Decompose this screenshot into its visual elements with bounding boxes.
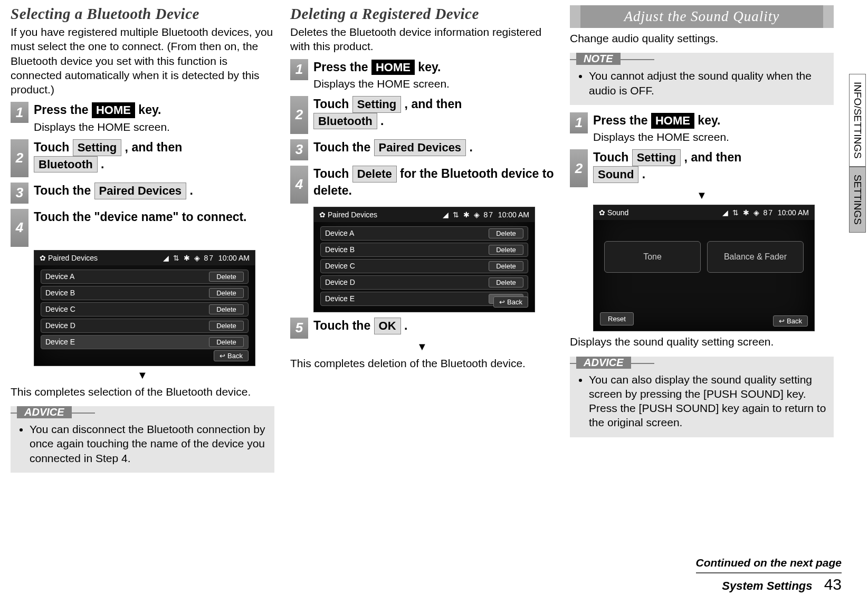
setting-key: Setting (352, 96, 402, 113)
delete-button[interactable]: Delete (209, 272, 244, 282)
home-key: HOME (92, 102, 135, 118)
tone-button[interactable]: Tone (604, 241, 701, 273)
result-text: Displays the sound quality setting scree… (570, 334, 834, 349)
intro-selecting: If you have registered multiple Bluetoot… (11, 25, 274, 97)
device-row[interactable]: Device ADelete (320, 226, 528, 241)
advice-label: ADVICE (17, 406, 72, 418)
ss-title: Paired Devices (40, 254, 98, 262)
setting-key: Setting (73, 139, 122, 156)
screenshot-paired-devices-delete: Paired Devices ◢ ⇅ ✱ ◈ 87 10:00 AM Devic… (313, 207, 535, 312)
delete-button[interactable]: Delete (489, 277, 523, 287)
down-arrow-icon: ▼ (11, 369, 274, 381)
column-deleting: Deleting a Registered Device Deletes the… (290, 5, 554, 480)
tab-settings[interactable]: SETTINGS (849, 167, 866, 233)
home-key: HOME (651, 113, 694, 129)
delete-button[interactable]: Delete (489, 261, 523, 271)
advice-label: ADVICE (576, 357, 631, 369)
step-number: 1 (11, 102, 28, 123)
advice-box: ADVICE You can also display the sound qu… (570, 357, 834, 437)
bluetooth-key: Bluetooth (34, 156, 98, 173)
step-number: 2 (11, 139, 28, 177)
delete-button[interactable]: Delete (209, 337, 244, 347)
side-tabs: INFO/SETTINGS SETTINGS (849, 74, 866, 233)
delete-button[interactable]: Delete (209, 288, 244, 298)
paired-devices-key: Paired Devices (374, 139, 466, 156)
delete-button[interactable]: Delete (489, 228, 523, 238)
device-row[interactable]: Device EDelete (41, 335, 249, 349)
delete-key: Delete (352, 166, 397, 183)
paired-devices-key: Paired Devices (94, 183, 187, 199)
advice-box: ADVICE You can disconnect the Bluetooth … (11, 406, 274, 473)
page-footer: Continued on the next page System Settin… (696, 557, 842, 593)
device-row[interactable]: Device BDelete (41, 286, 249, 300)
column-sound: Adjust the Sound Quality Change audio qu… (570, 5, 834, 480)
balance-fader-button[interactable]: Balance & Fader (707, 241, 804, 273)
back-button[interactable]: Back (773, 315, 808, 327)
device-row[interactable]: Device CDelete (320, 259, 528, 273)
step-1: 1 Press the HOME key. Displays the HOME … (11, 102, 274, 133)
step-4: 4 Touch the "device name" to connect. (11, 209, 274, 247)
device-row[interactable]: Device CDelete (41, 302, 249, 317)
bluetooth-key: Bluetooth (313, 113, 377, 130)
sound-key: Sound (593, 166, 638, 183)
setting-key: Setting (632, 149, 681, 166)
continued-text: Continued on the next page (696, 557, 842, 569)
step-number: 4 (11, 209, 28, 247)
home-key: HOME (371, 60, 415, 75)
page-number: 43 (824, 576, 842, 593)
heading-sound-quality: Adjust the Sound Quality (570, 5, 834, 28)
down-arrow-icon: ▼ (290, 341, 554, 353)
screenshot-sound: Sound ◢ ⇅ ✱ ◈ 87 10:00 AM Tone Balance &… (593, 205, 815, 331)
delete-button[interactable]: Delete (209, 304, 244, 314)
intro-sound: Change audio quality settings. (570, 31, 834, 45)
ok-key: OK (374, 318, 401, 334)
device-row[interactable]: Device DDelete (41, 319, 249, 333)
step-number: 3 (11, 183, 28, 204)
column-selecting: Selecting a Bluetooth Device If you have… (11, 5, 274, 480)
device-row[interactable]: Device DDelete (320, 275, 528, 290)
result-text: This completes deletion of the Bluetooth… (290, 356, 554, 370)
back-button[interactable]: Back (214, 350, 249, 361)
step-3: 3 Touch the Paired Devices . (11, 183, 274, 204)
step-2: 2 Touch Setting , and then Bluetooth . (11, 139, 274, 177)
result-text: This completes selection of the Bluetoot… (11, 385, 274, 399)
down-arrow-icon: ▼ (570, 189, 834, 202)
heading-selecting: Selecting a Bluetooth Device (11, 5, 274, 23)
device-row[interactable]: Device ADelete (41, 270, 249, 284)
heading-deleting: Deleting a Registered Device (290, 5, 554, 23)
delete-button[interactable]: Delete (489, 245, 523, 255)
device-row[interactable]: Device BDelete (320, 243, 528, 257)
note-box: NOTE You cannot adjust the sound quality… (570, 53, 834, 105)
reset-button[interactable]: Reset (600, 312, 634, 325)
intro-deleting: Deletes the Bluetooth device information… (290, 25, 554, 54)
footer-section: System Settings (722, 579, 812, 592)
back-button[interactable]: Back (493, 296, 528, 308)
screenshot-paired-devices-select: Paired Devices ◢ ⇅ ✱ ◈ 87 10:00 AM Devic… (34, 250, 255, 366)
note-label: NOTE (576, 53, 621, 65)
tab-info-settings[interactable]: INFO/SETTINGS (849, 74, 866, 167)
delete-button[interactable]: Delete (209, 321, 244, 331)
